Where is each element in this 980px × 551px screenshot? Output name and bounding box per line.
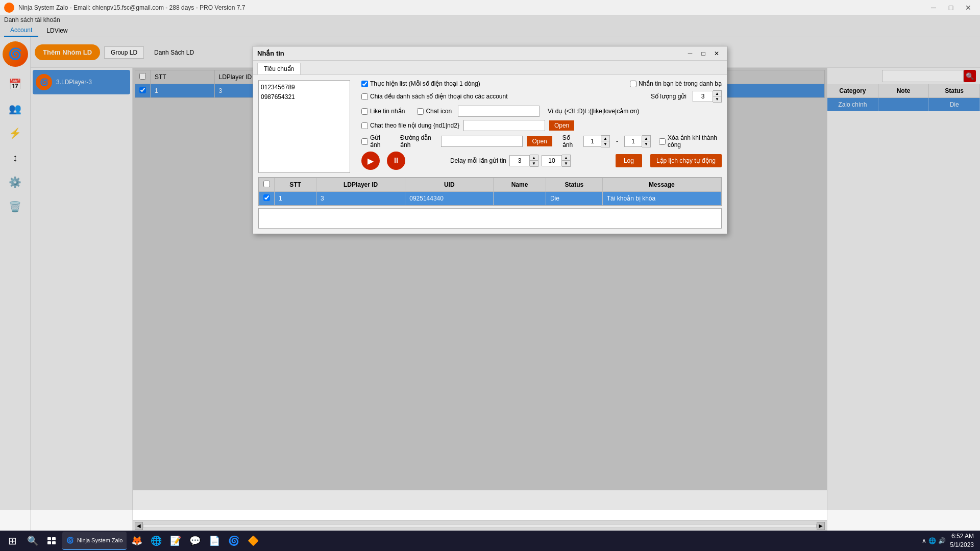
- image-path-input[interactable]: [441, 136, 523, 147]
- taskbar-right: ∧ 🌐 🔊 6:52 AM 5/1/2023: [922, 532, 978, 549]
- modal-cell-status: Die: [546, 192, 602, 206]
- modal-tab-tieu-chuan[interactable]: Tiêu chuẩn: [257, 63, 301, 74]
- modal-cell-name: [494, 192, 546, 206]
- app-logo: [4, 3, 14, 13]
- tray-volume[interactable]: 🔊: [938, 537, 946, 544]
- so-luong-down[interactable]: ▼: [713, 96, 721, 102]
- modal-controls: ─ □ ✕: [684, 48, 723, 59]
- xoa-anh-checkbox[interactable]: [659, 138, 666, 145]
- title-bar-left: Ninja System Zalo - Email: chienpv15.fsc…: [4, 3, 245, 13]
- modal-tabs: Tiêu chuẩn: [253, 61, 727, 75]
- modal-cell-uid: 0925144340: [405, 192, 494, 206]
- modal-data-table: STT LDPlayer ID UID Name Status Message: [259, 178, 721, 206]
- gui-anh-checkbox[interactable]: [361, 138, 368, 145]
- tray-chevron[interactable]: ∧: [922, 537, 926, 544]
- so-anh-spinner-1: ▲ ▼: [583, 135, 610, 147]
- taskbar-app8[interactable]: 🔶: [244, 532, 262, 550]
- chat-theo-file-check[interactable]: Chat theo file nội dung {nd1|nd2}: [361, 122, 459, 129]
- pause-button[interactable]: ⏸: [387, 152, 405, 170]
- taskbar-firefox[interactable]: 🦊: [128, 532, 146, 550]
- modal-cell-ldplayer: 3: [316, 192, 405, 206]
- chia-deu-checkbox[interactable]: [361, 93, 368, 100]
- svg-rect-2: [47, 541, 51, 544]
- delay-spinner-1: ▲ ▼: [509, 155, 538, 167]
- open-btn-1[interactable]: Open: [549, 120, 574, 131]
- modal-minimize[interactable]: ─: [684, 48, 696, 59]
- like-tin-nhan-check[interactable]: Like tin nhắn: [361, 108, 405, 115]
- taskbar-app4[interactable]: 📝: [166, 532, 185, 550]
- so-anh-input-2[interactable]: [624, 136, 642, 147]
- play-button[interactable]: ▶: [361, 152, 380, 170]
- taskbar-edge[interactable]: 🌐: [147, 532, 165, 550]
- tray-network[interactable]: 🌐: [928, 537, 936, 544]
- so-anh-up-2[interactable]: ▲: [642, 136, 650, 141]
- so-anh-input-1[interactable]: [583, 136, 601, 147]
- title-bar: Ninja System Zalo - Email: chienpv15.fsc…: [0, 0, 980, 15]
- system-tray: ∧ 🌐 🔊: [922, 537, 946, 544]
- taskbar-chrome[interactable]: 🌀: [225, 532, 243, 550]
- open-btn-2[interactable]: Open: [527, 136, 552, 146]
- modal-body: 0123456789 0987654321 Thực hiện list (Mỗ…: [253, 75, 727, 234]
- xoa-anh-check[interactable]: Xóa ảnh khi thành công: [659, 134, 722, 148]
- close-button[interactable]: ✕: [961, 3, 976, 13]
- modal-nhan-tin: Nhắn tin ─ □ ✕ Tiêu chuẩn 0123456789 098…: [253, 46, 727, 234]
- delay-down-2[interactable]: ▼: [562, 161, 570, 166]
- modal-close[interactable]: ✕: [710, 48, 723, 59]
- delay-row: Delay mỗi lần gửi tin ▲ ▼: [450, 155, 571, 167]
- so-anh-up-1[interactable]: ▲: [601, 136, 609, 141]
- modal-cell-message: Tài khoản bị khóa: [602, 192, 721, 206]
- svg-rect-0: [47, 537, 51, 540]
- schedule-button[interactable]: Lập lịch chạy tự động: [650, 154, 722, 167]
- chat-file-path-input[interactable]: [463, 120, 545, 131]
- chat-icon-checkbox[interactable]: [417, 108, 424, 115]
- so-anh-down-1[interactable]: ▼: [601, 141, 609, 147]
- scroll-track[interactable]: [143, 524, 817, 528]
- delay-spinner-2: ▲ ▼: [542, 155, 571, 167]
- taskbar-zalo[interactable]: 💬: [186, 532, 204, 550]
- log-button[interactable]: Log: [616, 154, 642, 167]
- thuc-hien-list-check[interactable]: Thực hiện list (Mỗi số điện thoại 1 dòng…: [361, 80, 480, 87]
- maximize-button[interactable]: □: [943, 3, 959, 13]
- chia-deu-check[interactable]: Chia đều danh sách số điện thoại cho các…: [361, 93, 508, 100]
- modal-select-all[interactable]: [263, 181, 270, 187]
- scroll-left[interactable]: ◀: [135, 522, 143, 530]
- taskbar-task-view[interactable]: [43, 532, 61, 550]
- so-luong-spinner: ▲ ▼: [693, 90, 722, 103]
- modal-table-container: STT LDPlayer ID UID Name Status Message: [258, 177, 722, 206]
- like-tin-nhan-checkbox[interactable]: [361, 108, 368, 115]
- option-row-3: Like tin nhắn Chat icon Ví dụ (<3l :D)l …: [361, 106, 722, 117]
- so-anh-down-2[interactable]: ▼: [642, 141, 650, 147]
- modal-cell-stt: 1: [275, 192, 316, 206]
- delay-input-1[interactable]: [509, 155, 530, 166]
- delay-down-1[interactable]: ▼: [530, 161, 538, 166]
- chat-icon-input[interactable]: [458, 106, 540, 117]
- minimize-button[interactable]: ─: [926, 3, 941, 13]
- chat-icon-check[interactable]: Chat icon: [417, 108, 452, 115]
- nhan-tin-ban-be-check[interactable]: Nhắn tin bạn bè trong danh bạ: [630, 80, 722, 87]
- taskbar-search[interactable]: 🔍: [23, 532, 42, 550]
- phone-number-1: 0123456789: [261, 83, 348, 92]
- taskbar-clock[interactable]: 6:52 AM 5/1/2023: [950, 532, 974, 549]
- delay-up-1[interactable]: ▲: [530, 155, 538, 161]
- thuc-hien-list-checkbox[interactable]: [361, 81, 368, 87]
- scroll-right[interactable]: ▶: [817, 522, 825, 530]
- gui-anh-check[interactable]: Gửi ảnh: [361, 134, 388, 148]
- taskbar-word[interactable]: 📄: [205, 532, 224, 550]
- phone-area[interactable]: 0123456789 0987654321: [258, 80, 350, 173]
- nhan-tin-ban-be-checkbox[interactable]: [630, 81, 636, 87]
- so-luong-up[interactable]: ▲: [713, 91, 721, 96]
- modal-bottom-area: [258, 208, 722, 229]
- option-row-controls: ▶ ⏸ Delay mỗi lần gửi tin ▲ ▼: [361, 152, 722, 170]
- chat-theo-file-checkbox[interactable]: [361, 122, 368, 129]
- delay-input-2[interactable]: [542, 155, 562, 166]
- modal-maximize[interactable]: □: [697, 48, 709, 59]
- modal-table-row: 1 3 0925144340 Die Tài khoản bị khóa: [259, 192, 721, 206]
- start-button[interactable]: ⊞: [2, 532, 22, 550]
- vi-du-label: Ví dụ (<3l :D)l :(|like|love|cảm ơn): [548, 108, 639, 115]
- taskbar-app-ninja[interactable]: 🌀 Ninja System Zalo: [62, 532, 127, 550]
- so-anh-spinner-2: ▲ ▼: [624, 135, 651, 147]
- delay-up-2[interactable]: ▲: [562, 155, 570, 161]
- modal-row-checkbox[interactable]: [263, 194, 270, 201]
- so-luong-input[interactable]: [693, 91, 713, 102]
- modal-col-name: Name: [494, 178, 546, 192]
